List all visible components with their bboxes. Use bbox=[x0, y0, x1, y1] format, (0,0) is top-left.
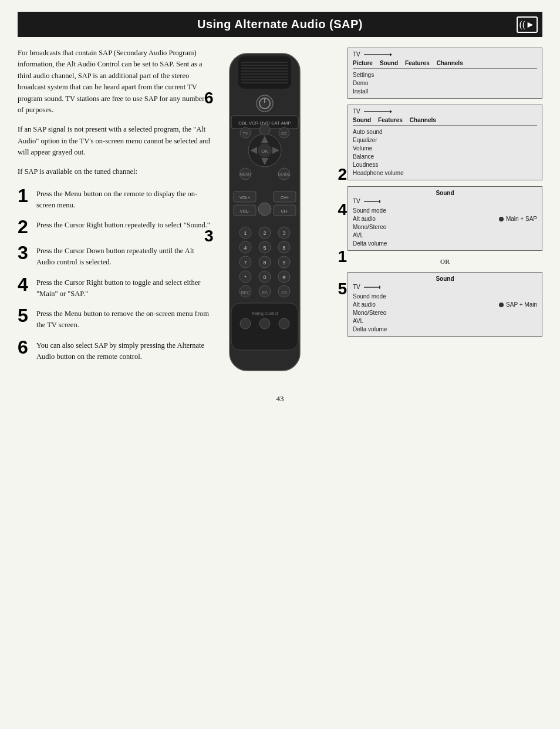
menu4-tv-label: TV bbox=[353, 284, 537, 290]
alt-audio-indicator bbox=[499, 217, 504, 221]
steps-list: 1 Press the Menu button on the remote to… bbox=[18, 186, 211, 362]
step-6: 6 You can also select SAP by simply pres… bbox=[18, 338, 211, 362]
svg-text:4: 4 bbox=[244, 245, 247, 251]
menu4-row-soundmode: Sound mode bbox=[353, 293, 537, 300]
svg-text:#: # bbox=[282, 274, 285, 280]
svg-text:CB: CB bbox=[281, 291, 287, 295]
overlay-5: 5 bbox=[338, 280, 347, 298]
menu-screen-4: Sound TV Sound mode Alt audio SAP + Main… bbox=[348, 272, 542, 337]
svg-point-74 bbox=[279, 318, 289, 329]
step-text-1: Press the Menu button on the remote to d… bbox=[36, 186, 211, 211]
svg-marker-82 bbox=[379, 285, 380, 289]
step-5: 5 Press the Menu button to remove the on… bbox=[18, 306, 211, 331]
step-1: 1 Press the Menu button on the remote to… bbox=[18, 186, 211, 211]
menu3-row-soundmode: Sound mode bbox=[353, 207, 537, 214]
header-bar: Using Alternate Audio (SAP) ((► bbox=[18, 12, 542, 37]
menu2-row-volume: Volume bbox=[353, 145, 537, 152]
menu-screen-3: Sound TV Sound mode Alt audio Main + SAP… bbox=[348, 186, 542, 251]
menu1-row-install: Install bbox=[353, 88, 537, 95]
menu4-row-monostereo: Mono/Stereo bbox=[353, 309, 537, 317]
svg-text:CH+: CH+ bbox=[281, 196, 289, 200]
left-column: For broadcasts that contain SAP (Seconda… bbox=[18, 48, 211, 377]
svg-text:VOL-: VOL- bbox=[240, 209, 250, 213]
step-number-2: 2 bbox=[18, 217, 31, 236]
svg-text:MENU: MENU bbox=[239, 172, 251, 176]
step-number-1: 1 bbox=[18, 186, 31, 205]
svg-point-73 bbox=[259, 318, 270, 329]
svg-text:6: 6 bbox=[282, 245, 285, 251]
menu4-row-avl: AVL bbox=[353, 317, 537, 325]
step-number-5: 5 bbox=[18, 306, 31, 325]
menu1-header: Picture Sound Features Channels bbox=[353, 60, 537, 69]
menu4-rows: Sound mode Alt audio SAP + Main Mono/Ste… bbox=[353, 293, 537, 333]
svg-text:VOL+: VOL+ bbox=[239, 196, 250, 200]
step-2: 2 Press the Cursor Right button repeated… bbox=[18, 217, 211, 236]
main-content: For broadcasts that contain SAP (Seconda… bbox=[18, 48, 542, 377]
menu2-rows: Auto sound Equalizer Volume Balance Loud… bbox=[353, 128, 537, 177]
step-text-4: Press the Cursor Right button to toggle … bbox=[36, 275, 211, 300]
overlay-1: 1 bbox=[338, 247, 347, 266]
svg-marker-80 bbox=[379, 200, 380, 203]
menu2-row-headphone: Headphone volume bbox=[353, 169, 537, 177]
intro-paragraph2: If an SAP signal is not present with a s… bbox=[18, 124, 211, 158]
svg-text:REC: REC bbox=[241, 291, 250, 295]
overlay-6: 6 bbox=[204, 89, 214, 107]
svg-text:OK: OK bbox=[261, 149, 268, 154]
remote-svg-graphic: CBL VCR DVD SAT AMP OK TV CC bbox=[221, 48, 309, 377]
step-number-3: 3 bbox=[18, 243, 31, 262]
menu3-title: Sound bbox=[353, 190, 537, 196]
menu3-row-delta: Delta volume bbox=[353, 240, 537, 247]
svg-text:1: 1 bbox=[244, 230, 247, 236]
svg-text:CH-: CH- bbox=[281, 209, 289, 213]
page-title: Using Alternate Audio (SAP) bbox=[197, 18, 363, 31]
menu2-header: Sound Features Channels bbox=[353, 117, 537, 126]
svg-text:8: 8 bbox=[263, 260, 266, 266]
menu3-row-avl: AVL bbox=[353, 231, 537, 239]
intro-paragraph3: If SAP is available on the tuned channel… bbox=[18, 166, 211, 177]
svg-rect-1 bbox=[238, 56, 291, 89]
menu3-tv-label: TV bbox=[353, 198, 537, 204]
svg-text:2: 2 bbox=[263, 230, 266, 236]
svg-text:RC: RC bbox=[262, 291, 268, 295]
or-label: OR bbox=[348, 258, 542, 265]
svg-marker-78 bbox=[390, 110, 392, 113]
menu2-tv-label: TV bbox=[353, 108, 537, 115]
menu3-row-altaudio: Alt audio Main + SAP bbox=[353, 215, 537, 223]
menu4-title: Sound bbox=[353, 276, 537, 282]
menu2-row-loudness: Loudness bbox=[353, 161, 537, 169]
alt-audio-indicator-2 bbox=[499, 303, 504, 307]
menu2-row-balance: Balance bbox=[353, 153, 537, 160]
step-text-3: Press the Cursor Down button repeatedly … bbox=[36, 243, 211, 268]
menu1-row-demo: Demo bbox=[353, 79, 537, 87]
menu1-row-settings: Settings bbox=[353, 71, 537, 79]
remote-control-column: 6 2 4 3 1 5 bbox=[221, 48, 338, 377]
step-number-4: 4 bbox=[18, 275, 31, 294]
page-number: 43 bbox=[18, 394, 542, 404]
step-text-6: You can also select SAP by simply pressi… bbox=[36, 338, 211, 362]
page-container: Using Alternate Audio (SAP) ((► For broa… bbox=[0, 0, 560, 729]
overlay-2: 2 bbox=[338, 165, 347, 184]
svg-text:*: * bbox=[244, 274, 247, 280]
menu1-rows: Settings Demo Install bbox=[353, 71, 537, 95]
menu2-row-equalizer: Equalizer bbox=[353, 136, 537, 144]
svg-text:Rating Control: Rating Control bbox=[252, 311, 278, 316]
svg-text:5: 5 bbox=[263, 245, 266, 251]
step-number-6: 6 bbox=[18, 338, 31, 357]
svg-text:GUIDE: GUIDE bbox=[278, 172, 291, 176]
overlay-4: 4 bbox=[338, 200, 347, 219]
svg-point-23 bbox=[259, 125, 270, 135]
svg-marker-76 bbox=[390, 53, 392, 56]
menu1-tv-label: TV bbox=[353, 51, 537, 58]
menu3-rows: Sound mode Alt audio Main + SAP Mono/Ste… bbox=[353, 207, 537, 247]
menu2-row-autosound: Auto sound bbox=[353, 128, 537, 136]
svg-point-72 bbox=[240, 318, 251, 329]
svg-text:CC: CC bbox=[281, 132, 287, 136]
step-4: 4 Press the Cursor Right button to toggl… bbox=[18, 275, 211, 300]
step-text-5: Press the Menu button to remove the on-s… bbox=[36, 306, 211, 331]
sap-icon: ((► bbox=[517, 16, 538, 33]
svg-point-39 bbox=[258, 203, 271, 216]
menu3-row-monostereo: Mono/Stereo bbox=[353, 223, 537, 231]
svg-text:9: 9 bbox=[282, 260, 285, 266]
menu-screen-1: TV Picture Sound Features Channels Setti… bbox=[348, 48, 542, 99]
menu4-row-altaudio: Alt audio SAP + Main bbox=[353, 301, 537, 308]
